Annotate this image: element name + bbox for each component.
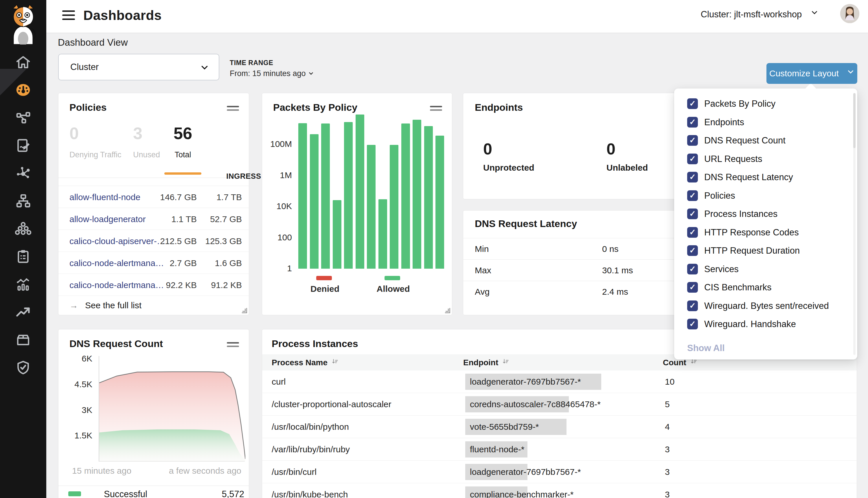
checkbox-checked-icon[interactable]: ✓ — [687, 154, 698, 164]
chevron-down-icon — [811, 8, 818, 18]
policy-name-link[interactable]: calico-cloud-apiserver-… — [69, 236, 166, 246]
policies-stat[interactable]: 56Total — [164, 123, 202, 159]
time-range-value[interactable]: From: 15 minutes ago — [230, 69, 314, 78]
dropdown-item[interactable]: ✓URL Requests — [674, 150, 857, 169]
dropdown-item[interactable]: ✓Wireguard. Handshake — [674, 315, 857, 334]
app-root: Dashboards Cluster: jlt-msft-workshop Da… — [0, 0, 868, 498]
latency-value: 0 ns — [602, 244, 619, 254]
process-name: /usr/bin/kube-bench — [272, 489, 348, 498]
allowed-bar[interactable] — [436, 136, 444, 268]
dropdown-item[interactable]: ✓HTTP Request Duration — [674, 242, 857, 260]
dropdown-item[interactable]: ✓Endpoints — [674, 113, 857, 132]
trend-up-icon[interactable] — [15, 304, 31, 320]
policy-name-link[interactable]: calico-node-alertmana… — [69, 280, 164, 290]
show-all-link[interactable]: Show All — [687, 343, 725, 353]
dashboard-view-heading: Dashboard View — [58, 37, 128, 48]
dashboard-view-select[interactable]: Cluster — [58, 54, 219, 80]
dropdown-item[interactable]: ✓HTTP Response Codes — [674, 224, 857, 242]
dropdown-item[interactable]: ✓DNS Request Count — [674, 132, 857, 150]
calico-cat-logo[interactable] — [5, 4, 41, 44]
policy-name-link[interactable]: calico-node-alertmana… — [69, 258, 164, 268]
policy-edit-icon[interactable] — [15, 137, 31, 154]
dropdown-item[interactable]: ✓CIS Benchmarks — [674, 278, 857, 297]
resize-handle[interactable] — [445, 308, 450, 313]
sitemap-icon[interactable] — [15, 193, 31, 209]
drag-handle-icon[interactable] — [227, 106, 239, 113]
allowed-bar[interactable] — [413, 120, 421, 268]
process-row[interactable]: /usr/local/bin/pythonvote-5655bd759-*4 — [262, 416, 857, 438]
dropdown-item[interactable]: ✓Process Instances — [674, 205, 857, 224]
allowed-bar[interactable] — [333, 200, 341, 268]
legend-value: 5,572 — [222, 489, 244, 498]
allowed-bar[interactable] — [401, 123, 410, 268]
checkbox-checked-icon[interactable]: ✓ — [687, 245, 698, 256]
legend-swatch-allowed[interactable] — [385, 276, 400, 280]
ingress-value: 146.7 GB — [160, 192, 197, 202]
policies-stat[interactable]: 0Denying Traffic — [69, 123, 121, 159]
column-header-ingress[interactable]: INGRESS — [226, 172, 261, 181]
dropdown-item-label: CIS Benchmarks — [704, 282, 772, 293]
endpoint-value: vote-5655bd759-* — [470, 422, 539, 432]
checkbox-checked-icon[interactable]: ✓ — [687, 282, 698, 293]
allowed-bar[interactable] — [344, 122, 353, 268]
user-avatar[interactable] — [840, 4, 859, 23]
allowed-bar[interactable] — [310, 134, 319, 268]
x-axis-label-left: 15 minutes ago — [72, 466, 131, 476]
allowed-bar[interactable] — [298, 123, 307, 268]
dropdown-item[interactable]: ✓Wireguard. Bytes sent/received — [674, 297, 857, 315]
checkbox-checked-icon[interactable]: ✓ — [687, 117, 698, 128]
see-full-list-link[interactable]: → See the full list — [59, 296, 249, 316]
checkbox-checked-icon[interactable]: ✓ — [687, 301, 698, 311]
service-graph-icon[interactable] — [15, 109, 31, 126]
checkbox-checked-icon[interactable]: ✓ — [687, 319, 698, 329]
checkbox-checked-icon[interactable]: ✓ — [687, 209, 698, 219]
dashboard-gauge-icon[interactable] — [15, 82, 31, 98]
allowed-bar[interactable] — [424, 126, 433, 268]
scrollbar-thumb[interactable] — [853, 93, 856, 148]
home-icon[interactable] — [15, 54, 31, 70]
allowed-bar[interactable] — [378, 199, 387, 268]
allowed-bar[interactable] — [390, 145, 398, 268]
legend-swatch-denied[interactable] — [316, 276, 332, 280]
policy-name-link[interactable]: allow-fluentd-node — [69, 192, 140, 202]
cluster-nodes-icon[interactable] — [15, 221, 31, 237]
policies-stat[interactable]: 3Unused — [133, 123, 160, 159]
process-row[interactable]: curlloadgenerator-7697bb7567-*10 — [262, 370, 857, 393]
checkbox-checked-icon[interactable]: ✓ — [687, 190, 698, 201]
policy-name-link[interactable]: allow-loadgenerator — [69, 214, 146, 224]
allowed-bar[interactable] — [321, 123, 330, 268]
checkbox-checked-icon[interactable]: ✓ — [687, 98, 698, 109]
process-row[interactable]: /usr/bin/kube-benchcompliance-benchmarke… — [262, 483, 857, 498]
cluster-selector[interactable]: Cluster: jlt-msft-workshop — [701, 9, 818, 19]
checkbox-checked-icon[interactable]: ✓ — [687, 135, 698, 146]
hamburger-menu-icon[interactable] — [62, 10, 75, 22]
dropdown-item[interactable]: ✓Policies — [674, 187, 857, 205]
network-graph-icon[interactable] — [15, 165, 31, 181]
checkbox-checked-icon[interactable]: ✓ — [687, 264, 698, 274]
bar-chart-icon[interactable] — [15, 276, 31, 292]
endpoint-value: coredns-autoscaler-7c88465478-* — [470, 399, 601, 409]
drag-handle-icon[interactable] — [227, 342, 239, 349]
clipboard-report-icon[interactable] — [15, 248, 31, 265]
chevron-down-icon — [847, 68, 854, 78]
process-row[interactable]: /usr/bin/curlloadgenerator-7697bb7567-*3 — [262, 461, 857, 483]
dropdown-item[interactable]: ✓Packets By Policy — [674, 95, 857, 113]
shield-check-icon[interactable] — [15, 359, 31, 376]
customize-layout-button[interactable]: Customize Layout — [766, 63, 857, 84]
column-header-endpoint[interactable]: Endpoint — [463, 358, 509, 367]
resize-handle[interactable] — [242, 308, 247, 313]
dropdown-item[interactable]: ✓Services — [674, 260, 857, 279]
package-icon[interactable] — [15, 332, 31, 348]
drag-handle-icon[interactable] — [430, 106, 442, 113]
checkbox-checked-icon[interactable]: ✓ — [687, 172, 698, 183]
process-row[interactable]: /cluster-proportional-autoscalercoredns-… — [262, 393, 857, 416]
dropdown-item-label: DNS Request Latency — [704, 172, 793, 183]
column-header-process-name[interactable]: Process Name — [272, 358, 338, 367]
dropdown-item[interactable]: ✓DNS Request Latency — [674, 168, 857, 187]
allowed-bar[interactable] — [367, 145, 376, 268]
process-row[interactable]: /var/lib/ruby/bin/rubyfluentd-node-*3 — [262, 438, 857, 461]
checkbox-checked-icon[interactable]: ✓ — [687, 227, 698, 238]
packets-by-policy-card: Packets By Policy 110010K1M100M DeniedAl… — [262, 93, 452, 315]
sort-icon — [502, 358, 509, 367]
allowed-bar[interactable] — [355, 115, 364, 268]
